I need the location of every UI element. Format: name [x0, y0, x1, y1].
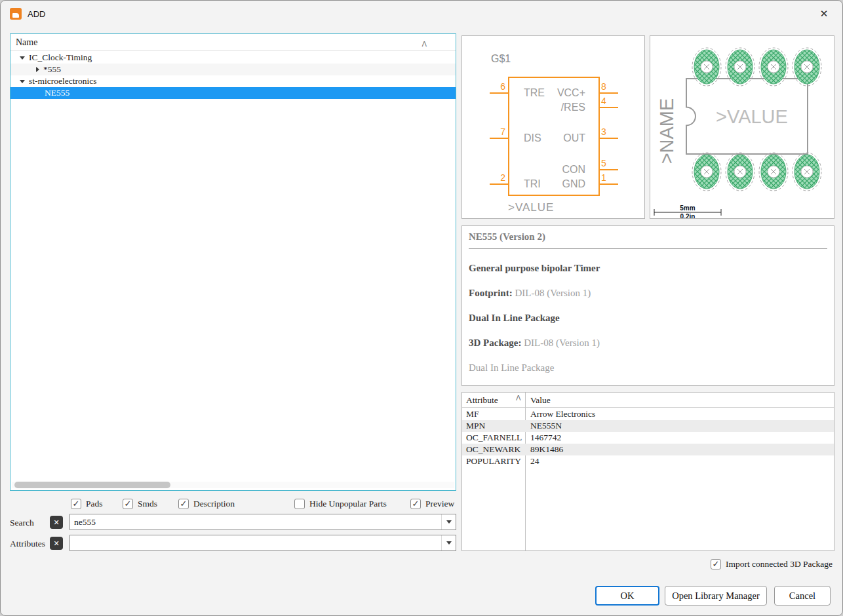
sort-ascending-icon: ᐱ — [516, 391, 521, 406]
checkbox-label: Hide Unpopular Parts — [309, 499, 387, 509]
pin-name: GND — [541, 178, 585, 190]
attribute-value: 89K1486 — [525, 444, 834, 455]
pin-name: /RES — [541, 102, 585, 113]
attributes-combobox[interactable] — [69, 535, 456, 551]
tree-rows: IC_Clock-Timing *555 st-microelectronics… — [10, 52, 456, 99]
pin-name: DIS — [524, 132, 541, 144]
ok-button[interactable]: OK — [595, 586, 659, 606]
check-icon: ✓ — [412, 499, 420, 509]
pad — [759, 48, 788, 86]
checkbox-label: Preview — [425, 499, 454, 509]
check-icon: ✓ — [180, 499, 187, 509]
scale-bar: 5mm 0.2in — [654, 204, 721, 218]
preview-checkbox[interactable]: ✓ Preview — [410, 498, 454, 510]
tree-item-ic-clock-timing[interactable]: IC_Clock-Timing — [10, 52, 456, 64]
open-library-manager-button[interactable]: Open Library Manager — [665, 586, 767, 606]
tree-item-ne555-selected[interactable]: NE555 — [10, 87, 456, 99]
table-row: OC_FARNELL 1467742 — [462, 432, 834, 444]
attribute-name: MPN — [462, 420, 525, 432]
search-input[interactable] — [70, 514, 441, 529]
horizontal-scrollbar[interactable] — [12, 482, 454, 488]
chevron-down-icon — [446, 520, 452, 524]
hide-unpopular-parts-checkbox[interactable]: Hide Unpopular Parts — [294, 498, 387, 510]
scrollbar-thumb[interactable] — [14, 482, 170, 488]
scale-mm-label: 5mm — [680, 204, 695, 212]
checkbox-label: Pads — [86, 499, 103, 509]
search-dropdown-button[interactable] — [441, 514, 456, 529]
pin-wire — [600, 169, 618, 170]
expander-closed-icon[interactable] — [36, 67, 39, 72]
attribute-name: MF — [462, 408, 525, 420]
clear-icon: ✕ — [53, 518, 59, 527]
checkbox-box — [294, 499, 305, 509]
attribute-rows: MF Arrow Electronics MPN NE555N OC_FARNE… — [462, 408, 834, 467]
pin-name: CON — [541, 164, 585, 176]
attribute-name: OC_FARNELL — [462, 432, 525, 444]
expander-open-icon[interactable] — [20, 56, 25, 60]
attribute-value: Arrow Electronics — [525, 408, 834, 420]
close-icon[interactable]: ✕ — [814, 5, 834, 23]
attributes-dropdown-button[interactable] — [441, 535, 456, 550]
device-summary: General purpose bipolar Timer — [469, 263, 827, 274]
search-clear-button[interactable]: ✕ — [50, 516, 63, 529]
pin-wire — [600, 107, 618, 108]
device-title: NE555 (Version 2) — [469, 231, 827, 242]
check-icon: ✓ — [712, 560, 719, 569]
checkbox-box: ✓ — [410, 499, 421, 509]
package3d-label: 3D Package: — [469, 337, 521, 348]
pin-name: OUT — [541, 132, 585, 144]
attribute-table-header: Attribute ᐱ Value — [462, 393, 834, 408]
pin-number: 1 — [601, 172, 606, 183]
checkbox-box: ✓ — [71, 499, 81, 509]
pin-number: 3 — [601, 126, 606, 137]
footprint-label: Footprint: — [469, 288, 513, 298]
description-checkbox[interactable]: ✓ Description — [178, 498, 235, 510]
attributes-label: Attributes — [10, 539, 45, 549]
window-title: ADD — [28, 9, 45, 19]
tree-item-st-microelectronics[interactable]: st-microelectronics — [10, 75, 456, 87]
checkbox-label: Description — [193, 499, 235, 509]
pin-wire — [600, 92, 618, 94]
tree-item-label: *555 — [43, 64, 61, 75]
tree-column-header-name[interactable]: Name ᐱ — [10, 34, 456, 51]
pads-checkbox[interactable]: ✓ Pads — [71, 498, 103, 510]
eagle-app-icon — [10, 8, 22, 20]
checkbox-label: Import connected 3D Package — [726, 559, 833, 569]
pin-number: 8 — [601, 81, 606, 92]
pin-wire — [600, 138, 618, 139]
import-3d-package-checkbox[interactable]: ✓ Import connected 3D Package — [711, 559, 833, 569]
check-icon: ✓ — [125, 499, 132, 509]
cancel-button[interactable]: Cancel — [774, 586, 831, 606]
footprint-drawing: >VALUE >NAME — [650, 36, 834, 218]
pin-number: 5 — [601, 158, 606, 168]
column-header-value[interactable]: Value — [530, 393, 551, 408]
pin-number: 4 — [601, 96, 606, 106]
search-combobox[interactable] — [69, 514, 456, 530]
pin-wire — [490, 138, 508, 139]
attributes-input[interactable] — [70, 535, 441, 550]
attribute-value: 1467742 — [525, 432, 834, 444]
tree-item-555[interactable]: *555 — [10, 64, 456, 75]
column-header-attribute[interactable]: Attribute — [466, 393, 498, 408]
pin-name: VCC+ — [541, 87, 585, 99]
footprint-preview-panel: >VALUE >NAME — [650, 35, 834, 219]
package3d-line: 3D Package: DIL-08 (Version 1) — [469, 337, 827, 349]
footprint-value-placeholder: >VALUE — [716, 106, 788, 127]
pad — [726, 153, 755, 191]
attribute-name: POPULARITY — [462, 455, 525, 467]
pad — [759, 153, 788, 191]
attribute-value: 24 — [525, 455, 834, 467]
pad — [793, 153, 821, 191]
smds-checkbox[interactable]: ✓ Smds — [123, 498, 157, 510]
checkbox-label: Smds — [138, 499, 157, 509]
pad — [692, 48, 721, 86]
attributes-clear-button[interactable]: ✕ — [50, 537, 63, 550]
attribute-value: NE555N — [525, 420, 834, 432]
table-row: MF Arrow Electronics — [462, 408, 834, 420]
chevron-down-icon — [446, 541, 452, 545]
expander-open-icon[interactable] — [20, 80, 25, 83]
gate-name-label: G$1 — [491, 53, 511, 65]
pad — [726, 48, 755, 86]
symbol-preview-panel: G$1 >VALUE 6 7 2 TRE DIS TRI 8 4 3 5 1 V… — [461, 35, 645, 219]
table-row: OC_NEWARK 89K1486 — [462, 444, 834, 455]
